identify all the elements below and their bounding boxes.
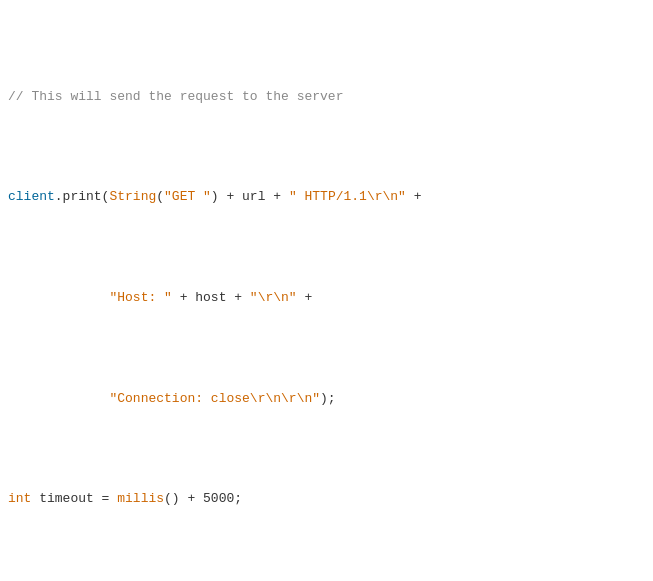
code-line-2: client.print(String("GET ") + url + " HT… bbox=[8, 187, 645, 207]
code-line-3: "Host: " + host + "\r\n" + bbox=[8, 288, 645, 308]
code-line-5: int timeout = millis() + 5000; bbox=[8, 489, 645, 509]
code-editor: // This will send the request to the ser… bbox=[8, 6, 645, 581]
code-line-4: "Connection: close\r\n\r\n"); bbox=[8, 389, 645, 409]
code-line-1: // This will send the request to the ser… bbox=[8, 87, 645, 107]
